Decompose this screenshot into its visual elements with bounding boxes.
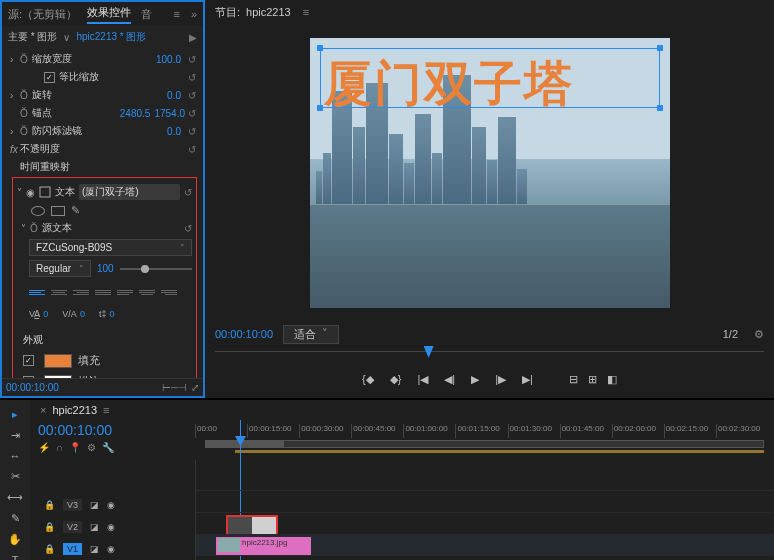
- target-icon[interactable]: ◪: [90, 500, 99, 510]
- font-size-slider[interactable]: [120, 268, 192, 270]
- panel-time[interactable]: 00:00:10:00: [6, 382, 59, 393]
- play-button[interactable]: ▶: [471, 373, 479, 386]
- reset-icon[interactable]: ↺: [185, 126, 199, 137]
- handle-nw[interactable]: [317, 45, 323, 51]
- timeline-navigator[interactable]: [205, 440, 764, 448]
- work-area-bar[interactable]: [235, 450, 764, 453]
- lock-icon[interactable]: 🔒: [44, 500, 55, 510]
- anchor-y[interactable]: 1754.0: [154, 108, 185, 119]
- wrench-icon[interactable]: 🔧: [102, 442, 114, 453]
- prop-scale-width[interactable]: 缩放宽度: [32, 52, 156, 66]
- eye-icon[interactable]: ◉: [107, 522, 115, 532]
- fill-checkbox[interactable]: [23, 355, 34, 366]
- type-tool[interactable]: T: [7, 554, 23, 560]
- reset-icon[interactable]: ↺: [184, 223, 192, 234]
- align-left-button[interactable]: [29, 285, 45, 299]
- settings-icon[interactable]: ⚙: [754, 328, 764, 341]
- prop-anchor[interactable]: 锚点: [32, 106, 120, 120]
- source-text-label[interactable]: 源文本: [42, 221, 72, 235]
- expand-icon[interactable]: ⤢: [191, 382, 199, 393]
- go-to-in-button[interactable]: |◀: [417, 373, 428, 386]
- target-icon[interactable]: ◪: [90, 544, 99, 554]
- prop-antiflicker[interactable]: 防闪烁滤镜: [32, 124, 167, 138]
- time-ruler[interactable]: 00:0000:00:15:0000:00:30:00 00:00:45:000…: [195, 424, 768, 438]
- link-icon[interactable]: ∩: [56, 442, 63, 453]
- proportional-checkbox[interactable]: [44, 72, 55, 83]
- align-right-button[interactable]: [73, 285, 89, 299]
- reset-icon[interactable]: ↺: [185, 144, 199, 155]
- step-fwd-button[interactable]: |▶: [495, 373, 506, 386]
- track-header-v1[interactable]: 🔒 V1 ◪ ◉: [30, 538, 195, 560]
- sequence-link[interactable]: hpic2213 * 图形: [76, 30, 146, 44]
- leading-field[interactable]: t‡0: [99, 309, 115, 319]
- rotation-value[interactable]: 0.0: [167, 90, 181, 101]
- slip-tool[interactable]: ⟷: [7, 491, 23, 504]
- fill-color-swatch[interactable]: [44, 354, 72, 368]
- reset-icon[interactable]: ↺: [184, 187, 192, 198]
- mark-in-button[interactable]: {◆: [362, 373, 374, 386]
- eye-icon[interactable]: ◉: [107, 500, 115, 510]
- tracking-field[interactable]: VA̲0: [29, 309, 48, 319]
- handle-sw[interactable]: [317, 105, 323, 111]
- font-weight-dropdown[interactable]: Regular ˅: [29, 260, 91, 277]
- export-frame-button[interactable]: ◧: [607, 373, 617, 386]
- align-center-button[interactable]: [51, 285, 67, 299]
- program-preview[interactable]: 厦门双子塔: [310, 38, 670, 308]
- align-justify-last-center[interactable]: [139, 285, 155, 299]
- text-overlay[interactable]: 厦门双子塔: [324, 52, 656, 116]
- program-tab-seq[interactable]: hpic2213: [246, 6, 291, 18]
- mask-pen-icon[interactable]: ✎: [71, 204, 80, 217]
- panel-menu-chevron[interactable]: »: [191, 8, 197, 20]
- handle-se[interactable]: [657, 105, 663, 111]
- reset-icon[interactable]: ↺: [185, 108, 199, 119]
- marker-icon[interactable]: 📍: [69, 442, 81, 453]
- image-clip[interactable]: hpic2213.jpg: [216, 537, 311, 555]
- hamburger-icon[interactable]: ≡: [173, 8, 180, 20]
- font-family-dropdown[interactable]: FZCuSong-B09S ˅: [29, 239, 192, 256]
- pen-tool[interactable]: ✎: [7, 512, 23, 525]
- step-back-button[interactable]: ◀|: [444, 373, 455, 386]
- lift-button[interactable]: ⊟: [569, 373, 578, 386]
- text-bounding-box[interactable]: [320, 48, 660, 108]
- tab-source[interactable]: 源:（无剪辑）: [8, 7, 77, 22]
- mark-out-button[interactable]: ◆}: [390, 373, 402, 386]
- scale-width-value[interactable]: 100.0: [156, 54, 181, 65]
- reset-icon[interactable]: ↺: [185, 72, 199, 83]
- tab-audio[interactable]: 音: [141, 7, 152, 22]
- settings-icon[interactable]: ⚙: [87, 442, 96, 453]
- handle-ne[interactable]: [657, 45, 663, 51]
- track-v3-label[interactable]: V3: [63, 499, 82, 511]
- prop-opacity[interactable]: 不透明度: [20, 142, 185, 156]
- ripple-tool[interactable]: ↔: [7, 450, 23, 462]
- snap-icon[interactable]: ⚡: [38, 442, 50, 453]
- track-select-tool[interactable]: ⇥: [7, 429, 23, 442]
- program-scrubber[interactable]: [215, 351, 764, 363]
- lock-icon[interactable]: 🔒: [44, 544, 55, 554]
- tab-effect-controls[interactable]: 效果控件: [87, 5, 131, 24]
- timeline-tab[interactable]: hpic2213: [52, 404, 97, 416]
- track-v1-label[interactable]: V1: [63, 543, 82, 555]
- go-to-out-button[interactable]: ▶|: [522, 373, 533, 386]
- timeline-lanes[interactable]: hpic2213.jpg: [195, 460, 774, 560]
- antiflicker-value[interactable]: 0.0: [167, 126, 181, 137]
- track-v2-label[interactable]: V2: [63, 521, 82, 533]
- target-icon[interactable]: ◪: [90, 522, 99, 532]
- eye-icon[interactable]: ◉: [107, 544, 115, 554]
- zoom-fit-dropdown[interactable]: 适合˅: [283, 325, 339, 344]
- kerning-field[interactable]: V/A0: [62, 309, 85, 319]
- reset-icon[interactable]: ↺: [185, 54, 199, 65]
- eye-icon[interactable]: ◉: [26, 187, 35, 198]
- mask-ellipse-icon[interactable]: [31, 206, 45, 216]
- extract-button[interactable]: ⊞: [588, 373, 597, 386]
- track-header-v3[interactable]: 🔒 V3 ◪ ◉: [30, 494, 195, 516]
- prop-timeremap[interactable]: 时间重映射: [20, 160, 199, 174]
- playhead-icon[interactable]: [424, 346, 434, 358]
- program-time[interactable]: 00:00:10:00: [215, 328, 273, 340]
- lock-icon[interactable]: 🔒: [44, 522, 55, 532]
- reset-icon[interactable]: ↺: [185, 90, 199, 101]
- align-justify-button[interactable]: [95, 285, 111, 299]
- mask-rect-icon[interactable]: [51, 206, 65, 216]
- resolution-display[interactable]: 1/2: [723, 328, 738, 340]
- hand-tool[interactable]: ✋: [7, 533, 23, 546]
- track-header-v2[interactable]: 🔒 V2 ◪ ◉: [30, 516, 195, 538]
